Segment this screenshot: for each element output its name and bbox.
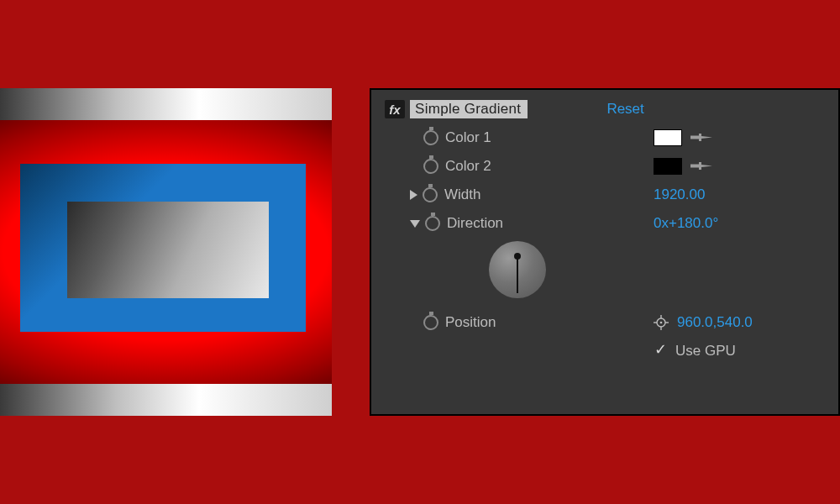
stopwatch-icon[interactable] [423, 315, 438, 330]
position-value[interactable]: 960.0,540.0 [677, 314, 753, 331]
stopwatch-icon[interactable] [423, 187, 438, 202]
param-row-direction: Direction 0x+180.0° [380, 209, 838, 238]
stopwatch-icon[interactable] [423, 159, 438, 174]
param-row-width: Width 1920.00 [380, 181, 838, 209]
effect-header-row: fx Simple Gradient Reset [380, 95, 838, 123]
svg-rect-3 [690, 165, 699, 168]
eyedropper-icon[interactable] [690, 160, 712, 172]
svg-marker-5 [701, 165, 712, 167]
param-row-position: Position 960.0,540.0 [380, 308, 838, 337]
twirl-icon[interactable] [410, 190, 417, 200]
eyedropper-icon[interactable] [690, 132, 712, 144]
effect-name[interactable]: Simple Gradient [410, 100, 528, 118]
param-label-use-gpu: Use GPU [675, 343, 736, 360]
param-label-width: Width [444, 186, 480, 203]
preview-bar-top [0, 88, 332, 120]
composition-preview [0, 88, 332, 416]
direction-dial-row [380, 238, 838, 308]
effect-controls-panel: fx Simple Gradient Reset Color 1 [370, 88, 840, 416]
param-label-color2: Color 2 [445, 158, 491, 175]
param-label-color1: Color 1 [445, 129, 491, 146]
svg-rect-0 [690, 136, 699, 139]
stopwatch-icon[interactable] [423, 130, 438, 145]
twirl-icon[interactable] [410, 220, 420, 228]
param-row-color2: Color 2 [380, 152, 838, 181]
preview-bar-bottom [0, 384, 332, 416]
param-label-direction: Direction [447, 215, 503, 232]
crosshair-icon[interactable] [654, 315, 669, 330]
width-value[interactable]: 1920.00 [654, 186, 705, 203]
param-label-position: Position [445, 314, 496, 331]
use-gpu-checkbox[interactable]: ✓ [654, 344, 667, 358]
direction-value[interactable]: 0x+180.0° [654, 215, 718, 232]
reset-button[interactable]: Reset [606, 101, 643, 118]
svg-rect-4 [699, 162, 701, 170]
preview-gradient-layer [67, 202, 269, 298]
svg-point-11 [660, 322, 663, 324]
stopwatch-icon[interactable] [425, 216, 440, 231]
fx-toggle-icon[interactable]: fx [385, 100, 405, 118]
color2-swatch[interactable] [654, 158, 682, 175]
svg-marker-2 [701, 136, 712, 139]
color1-swatch[interactable] [654, 129, 682, 146]
svg-rect-1 [699, 134, 701, 141]
param-row-color1: Color 1 [380, 123, 838, 152]
param-row-use-gpu: ✓ Use GPU [380, 337, 838, 365]
direction-dial[interactable] [489, 241, 546, 298]
